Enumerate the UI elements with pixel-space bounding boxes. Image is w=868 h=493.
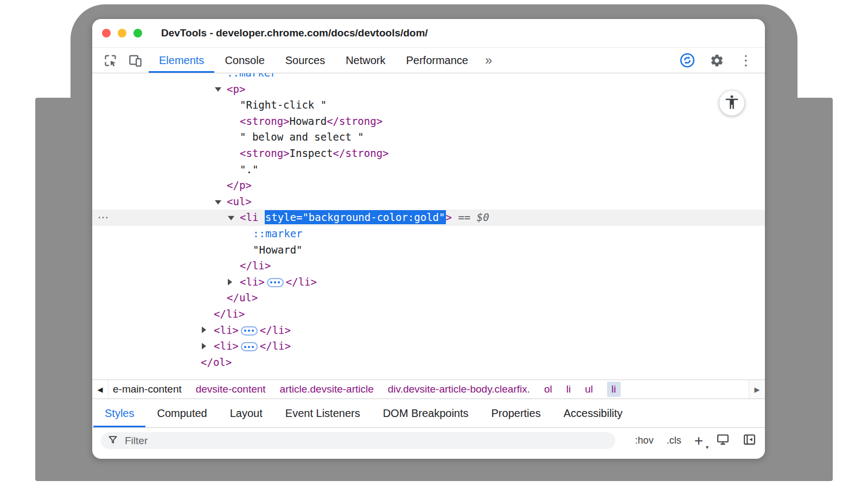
styles-filter-pill[interactable] [101,432,615,449]
dom-token-tag: <p> [227,83,245,95]
sidebar-toggle-icon[interactable] [743,433,756,448]
more-tabs-icon[interactable]: » [478,48,499,73]
devtools-toolbar: ElementsConsoleSourcesNetworkPerformance… [92,48,765,73]
expand-arrow-open-icon[interactable] [215,200,221,204]
crumb-scroll-left-icon[interactable]: ◀ [92,380,108,399]
dom-line[interactable]: ::marker [92,73,765,81]
dom-token-tag: <li [240,211,265,223]
styles-filter-row: :hov .cls +▾ [92,428,765,453]
zoom-button[interactable] [133,29,142,37]
dom-line[interactable]: ::marker [92,226,765,242]
dom-token-tag: </p> [227,179,252,191]
window-title: DevTools - developer.chrome.com/docs/dev… [161,27,428,39]
dom-token-tag: </ul> [227,292,258,304]
dom-line[interactable]: <strong>Inspect</strong> [92,146,765,162]
breadcrumb-item[interactable]: div.devsite-article-body.clearfix. [388,383,530,395]
dom-line[interactable]: "Right-click " [92,97,765,113]
dom-tree: ::marker<p>"Right-click "<strong>Howard<… [92,73,765,380]
dom-line[interactable]: " below and select " [92,129,765,146]
kebab-menu-icon[interactable]: ⋮ [737,51,755,69]
breadcrumb-item[interactable]: e-main-content [113,383,182,395]
sync-icon[interactable] [678,51,697,69]
dom-token-text: " below and select " [240,131,364,143]
styles-tab-accessibility[interactable]: Accessibility [552,399,634,427]
dom-line[interactable]: <strong>Howard</strong> [92,113,765,130]
dom-token-tag: </li> [286,276,317,288]
dom-token-tag: <li> [240,276,265,288]
styles-tab-styles[interactable]: Styles [93,399,145,427]
dom-token-tag: <strong> [240,115,290,127]
dom-line[interactable]: <p> [92,81,765,98]
tab-console[interactable]: Console [214,48,275,73]
breadcrumb-items: e-main-contentdevsite-contentarticle.dev… [108,382,749,397]
dom-line[interactable]: <li></li> [92,338,765,355]
titlebar: DevTools - developer.chrome.com/docs/dev… [92,19,765,48]
breadcrumb-item[interactable]: article.devsite-article [280,383,374,395]
dom-line[interactable]: </ul> [92,290,765,306]
dom-token-tag: <li> [214,324,239,336]
expand-arrow-closed-icon[interactable] [228,279,232,285]
inspect-element-icon[interactable] [101,51,119,69]
dom-line[interactable]: </li> [92,306,765,323]
accessibility-fab[interactable] [719,91,744,116]
dom-line[interactable]: "." [92,162,765,178]
dom-token-tag: > [446,211,452,223]
dom-token-pseudo: ::marker [227,73,277,79]
caret-down-icon: ▾ [706,445,709,450]
styles-tab-layout[interactable]: Layout [219,399,274,427]
tab-sources[interactable]: Sources [275,48,335,73]
dom-line[interactable]: <ul> [92,194,765,210]
dom-token-tag: <ul> [227,195,252,207]
new-style-rule-button[interactable]: +▾ [694,433,703,448]
styles-tab-computed[interactable]: Computed [145,399,218,427]
dom-line[interactable]: <li></li> [92,323,765,339]
expand-arrow-closed-icon[interactable] [202,343,206,349]
settings-gear-icon[interactable] [707,51,726,69]
breadcrumb-item[interactable]: devsite-content [196,383,266,395]
dom-line[interactable]: <li></li> [92,274,765,290]
dom-token-text: "Right-click " [240,99,327,111]
dom-line[interactable]: </ol> [92,355,765,371]
device-toolbar-icon[interactable] [126,51,144,69]
dom-line-selected[interactable]: ⋯<li style="background-color:gold"> == $… [92,210,765,226]
dom-token-text: "." [240,163,258,175]
tab-elements[interactable]: Elements [149,48,214,73]
dom-token-tag: </li> [240,260,271,271]
expand-arrow-closed-icon[interactable] [202,327,206,333]
minimize-button[interactable] [118,29,126,37]
dom-token-text: Howard [290,115,327,127]
expand-arrow-open-icon[interactable] [228,216,234,220]
close-button[interactable] [102,29,111,37]
inline-expand-button[interactable] [241,326,258,336]
styles-filter-input[interactable] [124,434,609,447]
styles-tab-dom-breakpoints[interactable]: DOM Breakpoints [372,399,480,427]
dom-token-text: "Howard" [253,244,303,256]
breadcrumb-item[interactable]: li [566,383,571,395]
devtools-window: DevTools - developer.chrome.com/docs/dev… [92,19,765,459]
breadcrumb-item[interactable]: ol [544,383,552,395]
tab-network[interactable]: Network [335,48,395,73]
dom-token-text: Inspect [290,147,333,159]
toolbar-left-icons [92,48,149,73]
row-overflow-icon[interactable]: ⋯ [98,210,108,226]
crumb-scroll-right-icon[interactable]: ▶ [749,380,765,399]
inline-expand-button[interactable] [267,278,284,287]
dom-line[interactable]: </p> [92,178,765,194]
dom-token-pseudo: ::marker [253,227,303,239]
rendering-emulation-icon[interactable] [716,433,730,448]
styles-tab-event-listeners[interactable]: Event Listeners [274,399,372,427]
dom-token-flag: $0 [477,211,489,223]
styles-tab-properties[interactable]: Properties [480,399,552,427]
expand-arrow-open-icon[interactable] [215,87,221,92]
dom-line[interactable]: </li> [92,258,765,274]
breadcrumb-item[interactable]: ul [585,383,593,395]
toolbar-right-icons: ⋮ [678,48,765,73]
styles-filter-controls: :hov .cls +▾ [635,433,756,448]
dom-token-sel: style="background-color:gold" [265,210,446,224]
breadcrumb-item-selected[interactable]: li [607,382,620,397]
toggle-hover-state-button[interactable]: :hov [635,435,654,446]
dom-line[interactable]: "Howard" [92,242,765,258]
inline-expand-button[interactable] [241,342,258,351]
tab-performance[interactable]: Performance [396,48,479,73]
toggle-classes-button[interactable]: .cls [667,435,681,446]
